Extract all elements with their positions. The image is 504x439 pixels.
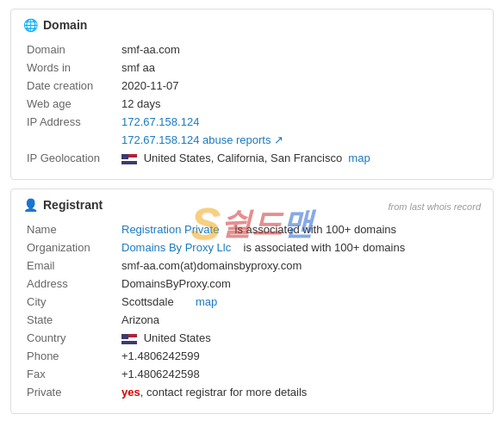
domain-section: 🌐 Domain Domain smf-aa.com Words in smf …: [10, 9, 494, 180]
value-domain: smf-aa.com: [118, 40, 481, 59]
us-flag: [121, 154, 137, 164]
org-link[interactable]: Domains By Proxy Llc: [121, 241, 231, 254]
table-row: IP Geolocation United States, California…: [23, 149, 481, 167]
value-email: smf-aa.com(at)domainsbyproxy.com: [118, 257, 481, 275]
value-date: 2020-11-07: [118, 77, 481, 95]
value-name: Registration Private is associated with …: [118, 220, 481, 238]
label-name: Name: [23, 220, 118, 238]
value-abuse[interactable]: 172.67.158.124 abuse reports ↗: [118, 131, 481, 149]
value-geo: United States, California, San Francisco…: [118, 149, 481, 167]
abuse-link[interactable]: 172.67.158.124 abuse reports ↗: [121, 133, 283, 146]
table-row: Address DomainsByProxy.com: [23, 275, 481, 293]
table-row: 172.67.158.124 abuse reports ↗: [23, 131, 481, 149]
domain-section-title: 🌐 Domain: [23, 18, 481, 32]
label-empty: [23, 131, 118, 149]
value-words: smf aa: [118, 59, 481, 77]
table-row: Name Registration Private is associated …: [23, 220, 481, 238]
table-row: State Arizona: [23, 311, 481, 329]
name-link[interactable]: Registration Private: [121, 223, 219, 236]
value-org: Domains By Proxy Llc is associated with …: [118, 238, 481, 257]
label-private: Private: [23, 383, 118, 401]
value-fax: +1.4806242598: [118, 365, 481, 383]
registrant-info-table: Name Registration Private is associated …: [23, 220, 481, 401]
label-state: State: [23, 311, 118, 329]
value-ip[interactable]: 172.67.158.124: [118, 113, 481, 131]
geo-text: United States, California, San Francisco: [144, 151, 343, 164]
name-assoc: is associated with 100+ domains: [235, 223, 397, 236]
label-email: Email: [23, 257, 118, 275]
table-row: Private yes, contact registrar for more …: [23, 383, 481, 401]
ip-link[interactable]: 172.67.158.124: [121, 115, 199, 128]
value-state: Arizona: [118, 311, 481, 329]
table-row: Fax +1.4806242598: [23, 365, 481, 383]
country-text: United States: [144, 331, 211, 344]
geo-map-link[interactable]: map: [348, 151, 370, 164]
table-row: Country United States: [23, 329, 481, 347]
private-detail: , contact registrar for more details: [140, 386, 308, 399]
table-row: Domain smf-aa.com: [23, 40, 481, 59]
table-row: Web age 12 days: [23, 95, 481, 113]
city-map-link[interactable]: map: [196, 295, 217, 308]
table-row: Phone +1.4806242599: [23, 347, 481, 365]
value-address: DomainsByProxy.com: [118, 275, 481, 293]
registrant-section: 👤 Registrant from last whois record Name…: [10, 189, 494, 414]
city-text: Scottsdale: [121, 295, 174, 308]
label-address: Address: [23, 275, 118, 293]
value-phone: +1.4806242599: [118, 347, 481, 365]
label-org: Organization: [23, 238, 118, 257]
registrant-note: from last whois record: [388, 201, 481, 212]
private-yes: yes: [121, 386, 140, 399]
label-words: Words in: [23, 59, 118, 77]
table-row: Words in smf aa: [23, 59, 481, 77]
label-web-age: Web age: [23, 95, 118, 113]
label-date: Date creation: [23, 77, 118, 95]
table-row: IP Address 172.67.158.124: [23, 113, 481, 131]
label-phone: Phone: [23, 347, 118, 365]
value-web-age: 12 days: [118, 95, 481, 113]
value-city: Scottsdale map: [118, 293, 481, 311]
value-country: United States: [118, 329, 481, 347]
label-country: Country: [23, 329, 118, 347]
domain-info-table: Domain smf-aa.com Words in smf aa Date c…: [23, 40, 481, 167]
table-row: City Scottsdale map: [23, 293, 481, 311]
table-row: Date creation 2020-11-07: [23, 77, 481, 95]
country-flag: [121, 334, 137, 344]
table-row: Organization Domains By Proxy Llc is ass…: [23, 238, 481, 257]
label-geo: IP Geolocation: [23, 149, 118, 167]
person-icon: 👤: [23, 198, 38, 212]
label-city: City: [23, 293, 118, 311]
label-ip: IP Address: [23, 113, 118, 131]
label-domain: Domain: [23, 40, 118, 59]
globe-icon: 🌐: [23, 18, 38, 32]
table-row: Email smf-aa.com(at)domainsbyproxy.com: [23, 257, 481, 275]
label-fax: Fax: [23, 365, 118, 383]
value-private: yes, contact registrar for more details: [118, 383, 481, 401]
org-assoc: is associated with 100+ domains: [244, 241, 406, 254]
